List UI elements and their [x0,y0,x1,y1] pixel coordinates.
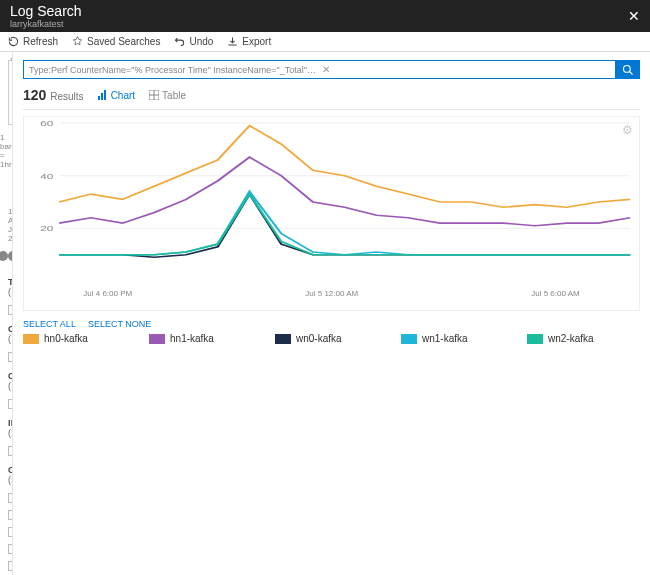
undo-icon [174,36,185,47]
tab-chart[interactable]: Chart [98,90,135,101]
legend-label: hn0-kafka [44,333,88,344]
chart-icon [98,90,108,100]
histogram-scale-label: 1 bar = 1hr [0,133,4,169]
close-icon[interactable]: ✕ [628,8,640,24]
clear-query-icon[interactable]: ✕ [322,64,611,75]
legend-item-hn1-kafka[interactable]: hn1-kafka [149,333,249,344]
saved-searches-button[interactable]: Saved Searches [72,36,160,47]
main-panel: Type:Perf CounterName="% Processor Time"… [13,52,650,575]
toolbar: Refresh Saved Searches Undo Export [0,32,650,52]
legend-select-all[interactable]: SELECT ALL [23,319,76,329]
legend-item-wn2-kafka[interactable]: wn2-kafka [527,333,627,344]
chart-settings-icon[interactable]: ⚙ [622,123,633,137]
legend-swatch [527,334,543,344]
export-button[interactable]: Export [227,36,271,47]
legend-item-wn0-kafka[interactable]: wn0-kafka [275,333,375,344]
search-button[interactable] [616,60,640,79]
refresh-icon [8,36,19,47]
window-header: Log Search larrykafkatest ✕ [0,0,650,32]
legend-swatch [275,334,291,344]
legend-label: hn1-kafka [170,333,214,344]
svg-rect-2 [98,96,100,100]
refresh-button[interactable]: Refresh [8,36,58,47]
legend-label: wn0-kafka [296,333,342,344]
svg-text:40: 40 [40,171,54,180]
legend-swatch [149,334,165,344]
undo-button[interactable]: Undo [174,36,213,47]
svg-text:60: 60 [40,119,54,128]
export-icon [227,36,238,47]
svg-line-1 [630,71,633,74]
slider-handle-end[interactable] [0,251,8,261]
result-count: 120 Results [23,87,84,103]
svg-rect-4 [104,90,106,100]
tab-table[interactable]: Table [149,90,186,101]
search-icon [622,64,634,76]
workspace-name: larrykafkatest [10,19,82,29]
line-chart[interactable]: ⚙ 204060 Jul 4 6:00 PMJul 5 12:00 AMJul … [23,116,640,311]
svg-rect-3 [101,93,103,100]
legend-label: wn2-kafka [548,333,594,344]
svg-text:20: 20 [40,224,54,233]
table-icon [149,90,159,100]
legend-swatch [401,334,417,344]
legend-item-wn1-kafka[interactable]: wn1-kafka [401,333,501,344]
legend-select-none[interactable]: SELECT NONE [88,319,151,329]
svg-point-0 [624,65,631,72]
window-title: Log Search [10,3,82,19]
query-input[interactable]: Type:Perf CounterName="% Processor Time"… [23,60,616,79]
star-icon [72,36,83,47]
legend-item-hn0-kafka[interactable]: hn0-kafka [23,333,123,344]
facet-sidebar: ‹ Data based on last 1 day ⌵ 1 bar = 1hr… [0,52,13,575]
legend-swatch [23,334,39,344]
legend-label: wn1-kafka [422,333,468,344]
